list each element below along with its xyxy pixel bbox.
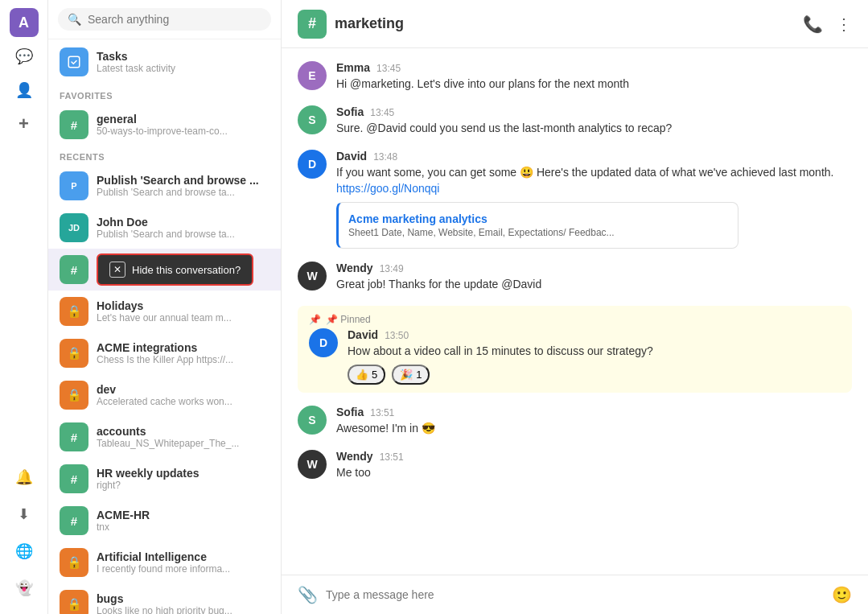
favorites-section-label: FAVORITES — [48, 84, 281, 104]
contacts-icon[interactable]: 👤 — [10, 76, 39, 105]
channel-sub-acme-integrations: Chess Is the Killer App https://... — [97, 354, 269, 365]
search-input[interactable] — [88, 13, 261, 26]
svg-rect-0 — [68, 56, 80, 68]
chat-icon[interactable]: 💬 — [10, 42, 39, 71]
channel-icon-marketing: # — [60, 255, 88, 284]
hide-conversation-tooltip: ✕ Hide this conversation? — [97, 253, 253, 286]
channel-name-johndoe: John Doe — [97, 216, 269, 229]
text-sofia-2: Awesome! I'm in 😎 — [336, 420, 852, 437]
avatar-sofia-2: S — [298, 406, 327, 435]
channel-item-general[interactable]: # general 50-ways-to-improve-team-co... — [48, 104, 281, 146]
tasks-item[interactable]: Tasks Latest task activity — [48, 39, 281, 84]
channel-item-marketing[interactable]: # marketing Awesome! Seems like there's … — [48, 249, 281, 291]
channel-item-publish[interactable]: P Publish 'Search and browse ... Publish… — [48, 165, 281, 207]
tooltip-close-button[interactable]: ✕ — [109, 262, 125, 278]
reaction-party[interactable]: 🎉 1 — [392, 365, 430, 385]
user-avatar[interactable]: A — [10, 8, 39, 37]
chat-header-actions: 📞 ⋮ — [803, 14, 852, 34]
search-bar: 🔍 — [48, 0, 281, 39]
channel-sub-accounts: Tableau_NS_Whitepaper_The_... — [97, 438, 269, 449]
channel-icon-accounts: # — [60, 422, 88, 451]
bell-icon[interactable]: 🔔 — [10, 463, 39, 492]
tasks-title: Tasks — [97, 50, 175, 63]
time-wendy-2: 13:51 — [380, 451, 404, 463]
text-wendy-1: Great job! Thanks for the update @David — [336, 276, 852, 293]
message-input-area: 📎 🙂 — [282, 575, 868, 614]
avatar-wendy-1: W — [298, 262, 327, 291]
chat-header: # marketing 📞 ⋮ — [282, 0, 868, 48]
message-input[interactable] — [326, 588, 824, 601]
tasks-subtitle: Latest task activity — [97, 63, 175, 74]
icon-rail: A 💬 👤 + 🔔 ⬇ 🌐 👻 — [0, 0, 48, 614]
message-link[interactable]: https://goo.gl/Nonqqi — [336, 182, 439, 195]
channel-sub-acme-hr: tnx — [97, 521, 269, 533]
download-icon[interactable]: ⬇ — [10, 500, 39, 529]
text-emma: Hi @marketing. Let's dive into our plans… — [336, 76, 852, 93]
search-input-wrap[interactable]: 🔍 — [58, 8, 271, 31]
avatar-wendy-2: W — [298, 450, 327, 479]
add-icon[interactable]: + — [10, 109, 39, 138]
reaction-thumbsup[interactable]: 👍 5 — [348, 365, 385, 385]
channel-item-dev[interactable]: 🔒 dev Accelerated cache works won... — [48, 374, 281, 416]
sender-wendy-1: Wendy — [336, 262, 373, 274]
channel-name-accounts: accounts — [97, 425, 269, 438]
message-row-sofia-1: S Sofia 13:45 Sure. @David could you sen… — [298, 105, 852, 137]
emoji-icon[interactable]: 🙂 — [832, 585, 852, 604]
more-options-icon[interactable]: ⋮ — [836, 14, 852, 34]
messages-area: E Emma 13:45 Hi @marketing. Let's dive i… — [282, 48, 868, 575]
chat-header-title: marketing — [335, 15, 803, 32]
channel-name-ai: Artificial Intelligence — [97, 550, 269, 563]
attach-icon[interactable]: 📎 — [298, 585, 318, 604]
channel-icon-publish: P — [60, 171, 88, 200]
channel-item-acme-hr[interactable]: # ACME-HR tnx — [48, 500, 281, 542]
channel-item-ai[interactable]: 🔒 Artificial Intelligence I recently fou… — [48, 542, 281, 583]
channel-icon-ai: 🔒 — [60, 548, 88, 577]
channel-item-johndoe[interactable]: JD John Doe Publish 'Search and browse t… — [48, 207, 281, 249]
avatar-emma: E — [298, 61, 327, 90]
time-sofia-2: 13:51 — [370, 407, 394, 418]
text-sofia-1: Sure. @David could you send us the last-… — [336, 120, 852, 137]
reactions: 👍 5 🎉 1 — [348, 365, 841, 385]
pinned-text: 📌 Pinned — [326, 314, 371, 325]
time-david-pinned: 13:50 — [385, 330, 409, 341]
sender-emma: Emma — [336, 61, 370, 74]
tasks-icon — [60, 47, 88, 76]
avatar-david-1: D — [298, 150, 327, 179]
channel-name-publish: Publish 'Search and browse ... — [97, 174, 269, 187]
channel-icon-dev: 🔒 — [60, 381, 88, 410]
message-row-wendy-1: W Wendy 13:49 Great job! Thanks for the … — [298, 262, 852, 293]
channel-name-hr-weekly: HR weekly updates — [97, 467, 269, 480]
text-wendy-2: Me too — [336, 464, 852, 481]
channel-item-hr-weekly[interactable]: # HR weekly updates right? — [48, 458, 281, 500]
globe-icon[interactable]: 🌐 — [10, 537, 39, 566]
avatar-sofia-1: S — [298, 105, 327, 134]
channel-list: 🔍 Tasks Latest task activity FAVORITES #… — [48, 0, 282, 614]
link-preview: Acme marketing analytics Sheet1 Date, Na… — [336, 202, 738, 249]
channel-icon-bugs: 🔒 — [60, 590, 88, 614]
channel-item-accounts[interactable]: # accounts Tableau_NS_Whitepaper_The_... — [48, 416, 281, 458]
channel-sub-dev: Accelerated cache works won... — [97, 396, 269, 407]
pin-icon: 📌 — [309, 314, 321, 325]
phone-icon[interactable]: 📞 — [803, 14, 823, 34]
channel-icon-hr-weekly: # — [60, 464, 88, 493]
message-row-david-1: D David 13:48 If you want some, you can … — [298, 150, 852, 249]
channel-sub-holidays: Let's have our annual team m... — [97, 312, 269, 323]
text-david-1: If you want some, you can get some 😃 Her… — [336, 164, 852, 181]
ghost-icon[interactable]: 👻 — [10, 574, 39, 603]
search-icon: 🔍 — [68, 13, 81, 26]
channel-icon-acme-hr: # — [60, 506, 88, 535]
channel-name-holidays: Holidays — [97, 299, 269, 312]
channel-sub-hr-weekly: right? — [97, 480, 269, 491]
channel-sub-ai: I recently found more informa... — [97, 563, 269, 575]
channel-icon-general: # — [60, 110, 88, 139]
channel-item-bugs[interactable]: 🔒 bugs Looks like no high priority bug..… — [48, 583, 281, 614]
time-wendy-1: 13:49 — [380, 263, 404, 274]
channel-sub-johndoe: Publish 'Search and browse ta... — [97, 229, 269, 240]
channel-item-acme-integrations[interactable]: 🔒 ACME integrations Chess Is the Killer … — [48, 332, 281, 374]
text-david-pinned: How about a video call in 15 minutes to … — [348, 343, 841, 360]
sender-david-1: David — [336, 150, 367, 163]
message-row-emma: E Emma 13:45 Hi @marketing. Let's dive i… — [298, 61, 852, 93]
channel-icon-johndoe: JD — [60, 213, 88, 242]
channel-item-holidays[interactable]: 🔒 Holidays Let's have our annual team m.… — [48, 291, 281, 332]
time-david-1: 13:48 — [373, 151, 397, 163]
